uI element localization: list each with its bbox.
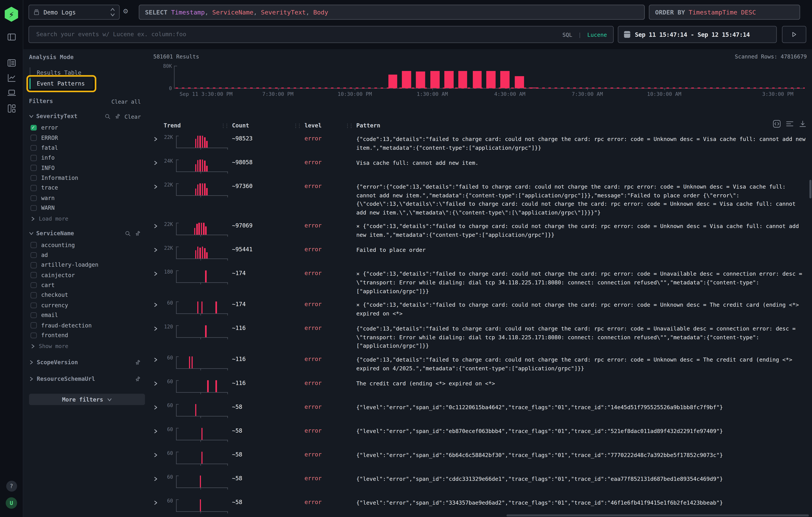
row-expand-chevron-icon[interactable] (153, 224, 162, 229)
histogram-bar[interactable] (416, 71, 425, 88)
histogram-bar[interactable] (458, 71, 467, 88)
column-drag-handle-icon[interactable]: ⋮⋮ (221, 123, 228, 128)
checkbox[interactable] (30, 165, 36, 171)
filter-option[interactable]: INFO (29, 163, 141, 173)
nav-chart-explorer[interactable] (0, 73, 23, 83)
checkbox[interactable] (30, 252, 36, 258)
row-expand-chevron-icon[interactable] (153, 137, 162, 141)
column-drag-handle-icon[interactable]: ⋮⋮ (345, 123, 352, 128)
order-by-input[interactable]: ORDER BY TimestampTime DESC (649, 5, 800, 20)
filter-option[interactable]: ERROR (29, 133, 141, 143)
severity-clear-button[interactable]: Clear (124, 113, 141, 119)
filter-option[interactable]: cainjector (29, 270, 141, 280)
mode-lucene-label[interactable]: Lucene (587, 31, 607, 38)
row-expand-chevron-icon[interactable] (153, 381, 162, 386)
code-view-icon[interactable] (773, 120, 781, 128)
filter-option[interactable]: cart (29, 280, 141, 290)
nav-search-logs[interactable] (0, 58, 23, 68)
row-expand-chevron-icon[interactable] (153, 326, 162, 331)
clear-all-filters-button[interactable]: Clear all (111, 98, 141, 105)
search-icon[interactable] (125, 230, 131, 237)
service-show-more[interactable]: Show more (30, 343, 141, 349)
checkbox[interactable] (30, 135, 36, 141)
pattern-table-row[interactable]: 60 ~58 error {"level":"error","span_id":… (153, 447, 808, 470)
column-drag-handle-icon[interactable]: ⋮⋮ (293, 123, 300, 128)
checkbox[interactable] (30, 125, 36, 131)
histogram-bar[interactable] (473, 71, 482, 88)
help-button[interactable]: ? (0, 481, 23, 492)
resourceschemaurl-section-header[interactable]: ResourceSchemaUrl (29, 376, 141, 382)
checkbox[interactable] (30, 195, 36, 201)
checkbox[interactable] (30, 262, 36, 268)
filter-option[interactable]: artillery-loadgen (29, 260, 141, 270)
source-settings-gear-icon[interactable]: ⚙ (123, 7, 128, 15)
analysis-mode-option[interactable]: Results Table (30, 67, 90, 78)
filter-option[interactable]: Information (29, 173, 141, 183)
row-expand-chevron-icon[interactable] (153, 161, 162, 165)
horizontal-scrollbar-thumb[interactable] (506, 514, 809, 516)
column-header-count[interactable]: Count⋮⋮ (232, 122, 304, 129)
search-icon[interactable] (105, 113, 111, 119)
severity-section-header[interactable]: SeverityText Clear (29, 113, 141, 120)
checkbox[interactable] (30, 272, 36, 278)
sidebar-toggle-button[interactable] (0, 32, 23, 42)
row-expand-chevron-icon[interactable] (153, 357, 162, 362)
severity-load-more[interactable]: Load more (30, 216, 141, 222)
pattern-table-row[interactable]: 60 ~58 error {"level":"error","span_id":… (153, 494, 808, 517)
analysis-mode-option[interactable]: Event Patterns (30, 78, 93, 89)
histogram-bar[interactable] (444, 71, 454, 88)
row-expand-chevron-icon[interactable] (153, 248, 162, 252)
time-range-picker[interactable]: Sep 11 15:47:14 - Sep 12 15:47:14 (618, 26, 777, 43)
nav-dashboards[interactable] (0, 104, 23, 114)
checkbox[interactable] (30, 205, 36, 211)
pin-icon[interactable] (134, 229, 142, 238)
more-filters-button[interactable]: More filters (29, 394, 145, 405)
pattern-table-row[interactable]: 60 ~58 error {"level":"error","span_id":… (153, 470, 808, 494)
checkbox[interactable] (30, 145, 36, 151)
row-expand-chevron-icon[interactable] (153, 271, 162, 276)
user-menu-button[interactable]: U (0, 497, 23, 509)
filter-option[interactable]: error (29, 123, 141, 133)
search-input[interactable] (35, 30, 558, 38)
filter-option[interactable]: frontend (29, 330, 141, 340)
checkbox[interactable] (30, 175, 36, 181)
filter-option[interactable]: fraud-detection (29, 320, 141, 331)
filter-option[interactable]: ad (29, 250, 141, 260)
filter-option[interactable]: info (29, 153, 141, 163)
results-histogram[interactable]: 80K 0 Sep 11 3:30:00 PM7:30:00 PM10:30:0… (153, 61, 810, 100)
mode-sql-label[interactable]: SQL (562, 31, 573, 38)
pattern-table-row[interactable]: 120 ~116 error {"code":13,"details":"fai… (153, 320, 808, 351)
scopeversion-section-header[interactable]: ScopeVersion (29, 359, 141, 366)
pin-icon[interactable] (134, 358, 142, 367)
pattern-table-row[interactable]: 22K ~97360 error {"error":{"code":13,"de… (153, 178, 808, 218)
pin-icon[interactable] (114, 112, 122, 121)
histogram-bar[interactable] (529, 88, 538, 88)
run-query-button[interactable] (782, 26, 806, 43)
column-header-pattern[interactable]: Pattern (356, 122, 808, 129)
histogram-bar[interactable] (487, 71, 496, 88)
pattern-table-row[interactable]: 22K ~97069 error × {"code":13,"details":… (153, 218, 808, 241)
checkbox[interactable] (30, 333, 36, 338)
row-expand-chevron-icon[interactable] (153, 500, 162, 505)
select-columns-input[interactable]: SELECT Timestamp, ServiceName, SeverityT… (139, 5, 645, 20)
checkbox[interactable] (30, 185, 36, 191)
pattern-table-row[interactable]: 60 ~116 error {"code":13,"details":"fail… (153, 351, 808, 375)
filter-option[interactable]: WARN (29, 203, 141, 213)
checkbox[interactable] (30, 155, 36, 161)
row-density-icon[interactable] (786, 120, 794, 128)
histogram-bar[interactable] (500, 71, 510, 88)
pattern-table-row[interactable]: 60 ~174 error × {"code":13,"details":"fa… (153, 296, 808, 320)
checkbox[interactable] (30, 292, 36, 298)
column-header-level[interactable]: level⋮⋮ (304, 122, 356, 129)
checkbox[interactable] (30, 302, 36, 308)
checkbox[interactable] (30, 242, 36, 248)
histogram-bar[interactable] (402, 71, 411, 88)
pattern-table-row[interactable]: 180 ~174 error × {"code":13,"details":"f… (153, 265, 808, 296)
histogram-bar[interactable] (430, 71, 439, 88)
row-expand-chevron-icon[interactable] (153, 429, 162, 433)
filter-option[interactable]: checkout (29, 290, 141, 300)
download-icon[interactable] (799, 120, 807, 128)
row-expand-chevron-icon[interactable] (153, 477, 162, 481)
pattern-table-row[interactable]: 22K ~95441 error Failed to place order (153, 241, 808, 265)
app-logo[interactable]: ⚡ (0, 7, 23, 22)
